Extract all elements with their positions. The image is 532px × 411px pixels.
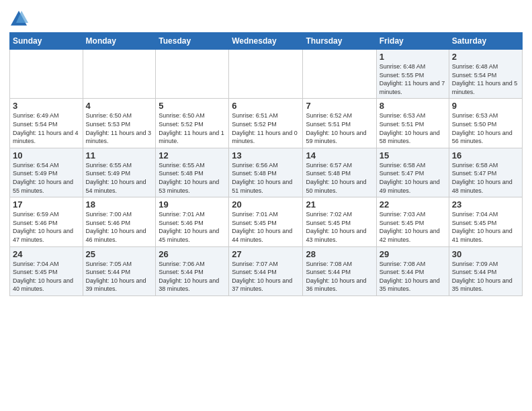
calendar-header: SundayMondayTuesdayWednesdayThursdayFrid… [10, 33, 523, 50]
calendar-cell: 25Sunrise: 7:05 AMSunset: 5:44 PMDayligh… [83, 246, 156, 295]
calendar-cell [83, 50, 156, 99]
calendar-cell: 16Sunrise: 6:58 AMSunset: 5:47 PMDayligh… [449, 148, 522, 197]
day-info: Sunrise: 7:03 AMSunset: 5:45 PMDaylight:… [380, 210, 446, 244]
calendar-cell: 5Sunrise: 6:50 AMSunset: 5:52 PMDaylight… [156, 99, 229, 148]
day-info: Sunrise: 7:08 AMSunset: 5:44 PMDaylight:… [380, 260, 446, 293]
calendar-cell: 6Sunrise: 6:51 AMSunset: 5:52 PMDaylight… [229, 99, 303, 148]
calendar-cell: 15Sunrise: 6:58 AMSunset: 5:47 PMDayligh… [376, 148, 449, 197]
calendar-cell: 2Sunrise: 6:48 AMSunset: 5:54 PMDaylight… [449, 50, 522, 99]
calendar-cell: 29Sunrise: 7:08 AMSunset: 5:44 PMDayligh… [376, 246, 449, 295]
day-number: 8 [380, 101, 446, 111]
day-number: 18 [86, 199, 153, 210]
day-info: Sunrise: 6:51 AMSunset: 5:52 PMDaylight:… [232, 111, 300, 145]
day-info: Sunrise: 6:58 AMSunset: 5:47 PMDaylight:… [452, 161, 519, 195]
day-number: 7 [306, 101, 373, 111]
day-info: Sunrise: 6:56 AMSunset: 5:48 PMDaylight:… [232, 161, 300, 195]
calendar-cell: 3Sunrise: 6:49 AMSunset: 5:54 PMDaylight… [10, 99, 83, 148]
day-info: Sunrise: 6:50 AMSunset: 5:53 PMDaylight:… [86, 111, 153, 145]
day-number: 9 [452, 101, 519, 111]
day-number: 3 [13, 101, 80, 111]
calendar-cell: 4Sunrise: 6:50 AMSunset: 5:53 PMDaylight… [83, 99, 156, 148]
day-number: 13 [232, 150, 300, 161]
calendar-cell: 19Sunrise: 7:01 AMSunset: 5:46 PMDayligh… [156, 197, 229, 246]
day-number: 23 [452, 199, 519, 210]
week-row-2: 3Sunrise: 6:49 AMSunset: 5:54 PMDaylight… [10, 99, 523, 148]
calendar-cell: 10Sunrise: 6:54 AMSunset: 5:49 PMDayligh… [10, 148, 83, 197]
week-row-1: 1Sunrise: 6:48 AMSunset: 5:55 PMDaylight… [10, 50, 523, 99]
day-number: 6 [232, 101, 300, 111]
day-info: Sunrise: 6:52 AMSunset: 5:51 PMDaylight:… [306, 111, 373, 145]
calendar-cell: 21Sunrise: 7:02 AMSunset: 5:45 PMDayligh… [303, 197, 376, 246]
day-number: 29 [380, 249, 446, 259]
calendar-cell: 13Sunrise: 6:56 AMSunset: 5:48 PMDayligh… [229, 148, 303, 197]
calendar-cell [229, 50, 303, 99]
calendar-body: 1Sunrise: 6:48 AMSunset: 5:55 PMDaylight… [10, 50, 523, 296]
day-info: Sunrise: 7:08 AMSunset: 5:44 PMDaylight:… [306, 260, 373, 293]
calendar-cell: 20Sunrise: 7:01 AMSunset: 5:45 PMDayligh… [229, 197, 303, 246]
calendar-cell: 11Sunrise: 6:55 AMSunset: 5:49 PMDayligh… [83, 148, 156, 197]
day-info: Sunrise: 6:59 AMSunset: 5:46 PMDaylight:… [13, 210, 80, 244]
week-row-4: 17Sunrise: 6:59 AMSunset: 5:46 PMDayligh… [10, 197, 523, 246]
logo [9, 9, 30, 28]
day-number: 24 [13, 249, 80, 259]
day-info: Sunrise: 6:58 AMSunset: 5:47 PMDaylight:… [380, 161, 446, 195]
day-info: Sunrise: 7:01 AMSunset: 5:46 PMDaylight:… [159, 210, 226, 244]
calendar-cell: 14Sunrise: 6:57 AMSunset: 5:48 PMDayligh… [303, 148, 376, 197]
day-number: 15 [380, 150, 446, 161]
calendar-cell: 1Sunrise: 6:48 AMSunset: 5:55 PMDaylight… [376, 50, 449, 99]
day-number: 4 [86, 101, 153, 111]
day-number: 27 [232, 249, 300, 259]
calendar-cell [10, 50, 83, 99]
day-number: 26 [159, 249, 226, 259]
header-row: SundayMondayTuesdayWednesdayThursdayFrid… [10, 33, 523, 50]
calendar-cell: 28Sunrise: 7:08 AMSunset: 5:44 PMDayligh… [303, 246, 376, 295]
day-number: 5 [159, 101, 226, 111]
day-number: 20 [232, 199, 300, 210]
day-info: Sunrise: 7:04 AMSunset: 5:45 PMDaylight:… [13, 260, 80, 293]
day-number: 10 [13, 150, 80, 161]
calendar-table: SundayMondayTuesdayWednesdayThursdayFrid… [9, 32, 523, 296]
day-info: Sunrise: 7:05 AMSunset: 5:44 PMDaylight:… [86, 260, 153, 293]
day-info: Sunrise: 7:02 AMSunset: 5:45 PMDaylight:… [306, 210, 373, 244]
day-info: Sunrise: 7:04 AMSunset: 5:45 PMDaylight:… [452, 210, 519, 244]
page-container: SundayMondayTuesdayWednesdayThursdayFrid… [0, 0, 532, 302]
calendar-cell: 9Sunrise: 6:53 AMSunset: 5:50 PMDaylight… [449, 99, 522, 148]
calendar-cell: 23Sunrise: 7:04 AMSunset: 5:45 PMDayligh… [449, 197, 522, 246]
day-info: Sunrise: 6:53 AMSunset: 5:50 PMDaylight:… [452, 111, 519, 145]
calendar-cell: 18Sunrise: 7:00 AMSunset: 5:46 PMDayligh… [83, 197, 156, 246]
day-info: Sunrise: 6:53 AMSunset: 5:51 PMDaylight:… [380, 111, 446, 145]
calendar-cell: 24Sunrise: 7:04 AMSunset: 5:45 PMDayligh… [10, 246, 83, 295]
calendar-cell [156, 50, 229, 99]
calendar-cell: 27Sunrise: 7:07 AMSunset: 5:44 PMDayligh… [229, 246, 303, 295]
day-header-sunday: Sunday [10, 33, 83, 50]
day-header-friday: Friday [376, 33, 449, 50]
day-number: 28 [306, 249, 373, 259]
day-info: Sunrise: 7:06 AMSunset: 5:44 PMDaylight:… [159, 260, 226, 293]
day-info: Sunrise: 7:01 AMSunset: 5:45 PMDaylight:… [232, 210, 300, 244]
calendar-cell [303, 50, 376, 99]
day-info: Sunrise: 6:54 AMSunset: 5:49 PMDaylight:… [13, 161, 80, 195]
day-number: 1 [380, 52, 446, 62]
day-number: 14 [306, 150, 373, 161]
calendar-cell: 12Sunrise: 6:55 AMSunset: 5:48 PMDayligh… [156, 148, 229, 197]
day-info: Sunrise: 6:50 AMSunset: 5:52 PMDaylight:… [159, 111, 226, 145]
week-row-3: 10Sunrise: 6:54 AMSunset: 5:49 PMDayligh… [10, 148, 523, 197]
day-number: 17 [13, 199, 80, 210]
day-header-wednesday: Wednesday [229, 33, 303, 50]
day-info: Sunrise: 6:48 AMSunset: 5:55 PMDaylight:… [380, 62, 446, 96]
calendar-cell: 8Sunrise: 6:53 AMSunset: 5:51 PMDaylight… [376, 99, 449, 148]
day-number: 19 [159, 199, 226, 210]
day-number: 30 [452, 249, 519, 259]
calendar-cell: 22Sunrise: 7:03 AMSunset: 5:45 PMDayligh… [376, 197, 449, 246]
day-info: Sunrise: 6:55 AMSunset: 5:48 PMDaylight:… [159, 161, 226, 195]
day-number: 16 [452, 150, 519, 161]
day-header-thursday: Thursday [303, 33, 376, 50]
calendar-cell: 17Sunrise: 6:59 AMSunset: 5:46 PMDayligh… [10, 197, 83, 246]
logo-icon [9, 9, 28, 28]
header [9, 7, 523, 28]
calendar-cell: 26Sunrise: 7:06 AMSunset: 5:44 PMDayligh… [156, 246, 229, 295]
day-info: Sunrise: 7:07 AMSunset: 5:44 PMDaylight:… [232, 260, 300, 293]
day-header-saturday: Saturday [449, 33, 522, 50]
day-number: 12 [159, 150, 226, 161]
day-info: Sunrise: 6:48 AMSunset: 5:54 PMDaylight:… [452, 62, 519, 96]
